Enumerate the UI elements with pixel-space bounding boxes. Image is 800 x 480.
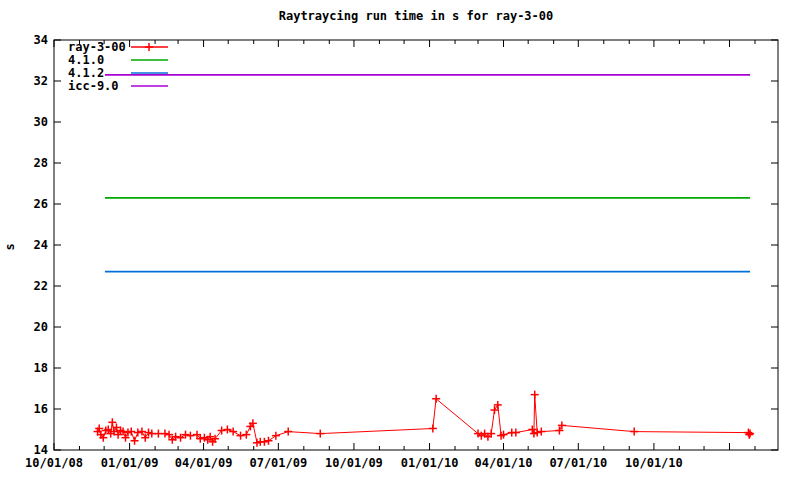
gnuplot-window: Raytraycing run time in s for ray-3-00 s… — [0, 0, 800, 480]
svg-text:32: 32 — [34, 74, 48, 88]
x-axis-ticks: 10/01/0801/01/0904/01/0907/01/0910/01/09… — [25, 40, 755, 470]
y-axis-ticks: 1416182022242628303234 — [34, 33, 778, 457]
plot-area: 141618202224262830323410/01/0801/01/0904… — [0, 0, 800, 480]
series-ray-3-00 — [94, 391, 755, 447]
legend-item-icc-9-0: icc-9.0 — [68, 79, 168, 93]
svg-text:14: 14 — [34, 443, 48, 457]
svg-text:34: 34 — [34, 33, 48, 47]
svg-text:18: 18 — [34, 361, 48, 375]
svg-text:24: 24 — [34, 238, 48, 252]
svg-text:04/01/09: 04/01/09 — [175, 456, 233, 470]
svg-text:icc-9.0: icc-9.0 — [68, 79, 119, 93]
svg-text:26: 26 — [34, 197, 48, 211]
svg-text:10/01/08: 10/01/08 — [25, 456, 83, 470]
svg-text:10/01/10: 10/01/10 — [625, 456, 683, 470]
svg-text:28: 28 — [34, 156, 48, 170]
svg-text:4.1.2: 4.1.2 — [68, 66, 104, 80]
legend: ray-3-004.1.04.1.2icc-9.0 — [68, 40, 168, 93]
svg-text:16: 16 — [34, 402, 48, 416]
svg-text:07/01/10: 07/01/10 — [549, 456, 607, 470]
svg-text:20: 20 — [34, 320, 48, 334]
legend-item-4-1-2: 4.1.2 — [68, 66, 168, 80]
svg-text:ray-3-00: ray-3-00 — [68, 40, 126, 54]
svg-text:07/01/09: 07/01/09 — [249, 456, 307, 470]
svg-text:30: 30 — [34, 115, 48, 129]
legend-item-ray-3-00: ray-3-00 — [68, 40, 168, 54]
svg-text:04/01/10: 04/01/10 — [475, 456, 533, 470]
svg-text:01/01/10: 01/01/10 — [401, 456, 459, 470]
plot-border — [54, 40, 778, 450]
svg-text:10/01/09: 10/01/09 — [325, 456, 383, 470]
svg-text:01/01/09: 01/01/09 — [101, 456, 159, 470]
legend-item-4-1-0: 4.1.0 — [68, 53, 168, 67]
svg-text:22: 22 — [34, 279, 48, 293]
svg-text:4.1.0: 4.1.0 — [68, 53, 104, 67]
